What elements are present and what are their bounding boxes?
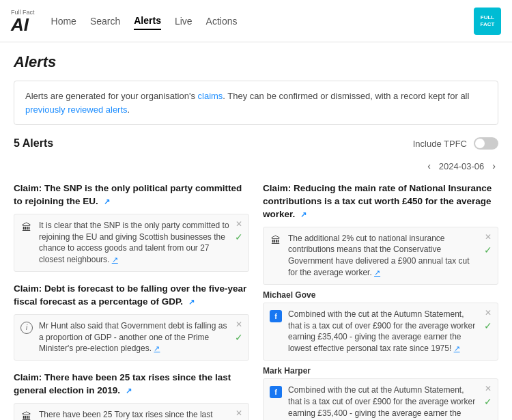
date-next-btn[interactable]: ›: [489, 159, 498, 173]
nav-search[interactable]: Search: [90, 13, 120, 29]
brand-logo: AI: [11, 16, 35, 33]
speaker-name: Michael Gove: [263, 290, 498, 300]
alert-text: Mr Hunt also said that Government debt i…: [39, 320, 229, 354]
alert-actions: ✕ ✓: [484, 309, 492, 331]
confirm-btn[interactable]: ✓: [484, 245, 492, 255]
alert-ext-link[interactable]: ↗: [454, 344, 460, 352]
brand: Full Fact AI: [11, 9, 35, 33]
tpfc-toggle[interactable]: [474, 137, 498, 150]
claim-heading-2: Claim: Debt is forecast to be falling ov…: [14, 283, 249, 309]
alert-item: 🏛 It is clear that the SNP is the only p…: [14, 214, 249, 272]
alert-item: 🏛 There have been 25 Tory tax rises sinc…: [14, 403, 249, 420]
confirm-btn[interactable]: ✓: [484, 321, 492, 331]
alert-ext-link[interactable]: ↗: [374, 268, 380, 277]
alert-text: The additional 2% cut to national insura…: [288, 233, 479, 279]
info-text-3: .: [128, 104, 130, 115]
claim-section-4: Claim: Reducing the main rate of Nationa…: [263, 182, 498, 420]
alert-text: It is clear that the SNP is the only par…: [39, 220, 229, 266]
dismiss-btn[interactable]: ✕: [236, 409, 242, 417]
claim4-ext-link[interactable]: ↗: [300, 210, 307, 219]
alert-text: Combined with the cut at the Autumn Stat…: [288, 384, 479, 420]
date-display: 2024-03-06: [439, 161, 485, 171]
alert-item: f Combined with the cut at the Autumn St…: [263, 303, 498, 361]
info-icon: i: [20, 321, 33, 335]
claim2-ext-link[interactable]: ↗: [188, 298, 195, 306]
page-title: Alerts: [14, 53, 498, 71]
nav-home[interactable]: Home: [51, 13, 76, 29]
date-prev-btn[interactable]: ‹: [425, 159, 433, 173]
claim-heading-3: Claim: There have been 25 tax rises sinc…: [14, 372, 249, 397]
speaker-name: Mark Harper: [263, 366, 498, 376]
tpfc-label: Include TPFC: [413, 139, 467, 149]
dismiss-btn[interactable]: ✕: [485, 384, 492, 393]
left-column: Claim: The SNP is the only political par…: [14, 182, 249, 420]
header: Full Fact AI Home Search Alerts Live Act…: [0, 0, 512, 42]
alert-text: Combined with the cut at the Autumn Stat…: [288, 309, 479, 354]
parliament-icon: 🏛: [20, 221, 33, 234]
alert-actions: ✕ ✓: [235, 409, 243, 420]
alerts-controls: Include TPFC: [413, 137, 498, 150]
claim-heading-1: Claim: The SNP is the only political par…: [14, 182, 249, 208]
nav-actions[interactable]: Actions: [206, 13, 238, 29]
alert-ext-link[interactable]: ↗: [154, 344, 160, 352]
claim3-ext-link[interactable]: ↗: [126, 387, 132, 395]
toggle-knob: [475, 139, 485, 148]
alert-ext-link[interactable]: ↗: [112, 255, 118, 264]
facebook-icon: f: [269, 309, 283, 323]
claims-link[interactable]: claims: [198, 91, 223, 101]
alert-item: 🏛 The additional 2% cut to national insu…: [263, 227, 498, 285]
parliament-icon: 🏛: [269, 234, 283, 247]
info-box: Alerts are generated for your organisati…: [14, 81, 498, 125]
confirm-btn[interactable]: ✓: [235, 232, 243, 242]
right-column: Claim: Reducing the main rate of Nationa…: [263, 182, 498, 420]
alert-actions: ✕ ✓: [235, 220, 243, 242]
dismiss-btn[interactable]: ✕: [236, 320, 242, 328]
alert-actions: ✕ ✓: [484, 384, 492, 406]
dismiss-btn[interactable]: ✕: [485, 233, 492, 241]
confirm-btn[interactable]: ✓: [235, 333, 243, 342]
page-content: Alerts Alerts are generated for your org…: [0, 42, 512, 420]
alert-item: i Mr Hunt also said that Government debt…: [14, 314, 249, 361]
alerts-bar: 5 Alerts Include TPFC: [14, 137, 498, 150]
main-nav: Home Search Alerts Live Actions: [51, 12, 474, 30]
confirm-btn[interactable]: ✓: [484, 397, 492, 406]
parliament-icon: 🏛: [20, 410, 33, 420]
nav-live[interactable]: Live: [175, 13, 193, 29]
nav-alerts[interactable]: Alerts: [134, 12, 161, 30]
claim-section-2: Claim: Debt is forecast to be falling ov…: [14, 283, 249, 361]
claim-section-1: Claim: The SNP is the only political par…: [14, 182, 249, 272]
reviewed-alerts-link[interactable]: previously reviewed alerts: [25, 104, 128, 115]
alerts-count: 5 Alerts: [14, 137, 53, 150]
facebook-icon: f: [269, 385, 283, 399]
info-text-2: . They can be confirmed or dismissed, wi…: [223, 91, 469, 101]
info-text-1: Alerts are generated for your organisati…: [25, 91, 198, 101]
alert-actions: ✕ ✓: [484, 233, 492, 255]
alert-item: f Combined with the cut at the Autumn St…: [263, 378, 498, 420]
alert-actions: ✕ ✓: [235, 320, 243, 342]
claim-section-3: Claim: There have been 25 tax rises sinc…: [14, 372, 249, 420]
dismiss-btn[interactable]: ✕: [236, 220, 242, 228]
claim1-ext-link[interactable]: ↗: [104, 197, 110, 206]
dismiss-btn[interactable]: ✕: [485, 309, 492, 317]
full-fact-logo: FULLFACT: [474, 8, 501, 35]
alert-text: There have been 25 Tory tax rises since …: [39, 409, 229, 420]
claim-heading-4: Claim: Reducing the main rate of Nationa…: [263, 182, 498, 221]
alerts-columns: Claim: The SNP is the only political par…: [14, 182, 498, 420]
